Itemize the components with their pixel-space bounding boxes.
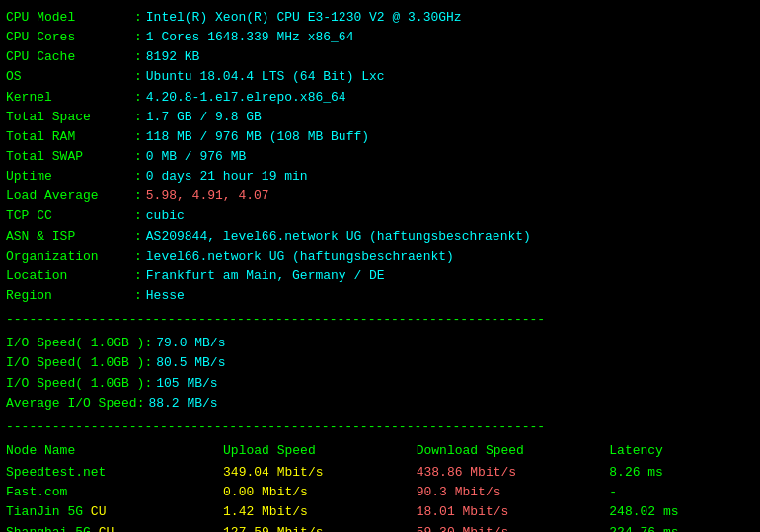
io-divider: ----------------------------------------… — [6, 310, 754, 330]
total-ram-label: Total RAM — [6, 127, 134, 147]
avg-io-row: Average I/O Speed : 88.2 MB/s — [6, 394, 754, 414]
io3-row: I/O Speed( 1.0GB ) : 105 MB/s — [6, 374, 754, 394]
org-value: level66.network UG (haftungsbeschraenkt) — [146, 247, 454, 266]
io1-value: 79.0 MB/s — [156, 334, 225, 353]
total-ram-value: 118 MB / 976 MB (108 MB Buff) — [146, 127, 369, 147]
network-upload-cell: 349.04 Mbit/s — [223, 463, 417, 483]
location-label: Location — [6, 266, 134, 286]
load-avg-label: Load Average — [6, 187, 134, 206]
network-upload-cell: 1.42 Mbit/s — [223, 502, 417, 522]
network-latency-cell: 224.76 ms — [609, 523, 754, 532]
colon-3: : — [134, 47, 142, 67]
asn-label: ASN & ISP — [6, 227, 134, 247]
avg-io-label: Average I/O Speed — [6, 394, 137, 414]
table-row: Speedtest.net349.04 Mbit/s438.86 Mbit/s8… — [6, 463, 754, 483]
table-header-row: Node Name Upload Speed Download Speed La… — [6, 441, 754, 463]
colon-14: : — [134, 266, 142, 286]
total-swap-label: Total SWAP — [6, 147, 134, 167]
network-download-cell: 59.30 Mbit/s — [417, 523, 610, 532]
cpu-cores-label: CPU Cores — [6, 28, 134, 47]
region-label: Region — [6, 286, 134, 306]
io2-label: I/O Speed( 1.0GB ) — [6, 353, 144, 373]
network-table: Node Name Upload Speed Download Speed La… — [6, 441, 754, 532]
os-row: OS : Ubuntu 18.04.4 LTS (64 Bit) Lxc — [6, 67, 754, 87]
col-upload-header: Upload Speed — [223, 441, 417, 463]
total-space-row: Total Space : 1.7 GB / 9.8 GB — [6, 108, 754, 127]
colon-9: : — [134, 167, 142, 187]
uptime-value: 0 days 21 hour 19 min — [146, 167, 308, 187]
table-row: Shanghai 5G CU127.59 Mbit/s59.30 Mbit/s2… — [6, 523, 754, 532]
total-space-label: Total Space — [6, 108, 134, 127]
cpu-model-row: CPU Model : Intel(R) Xeon(R) CPU E3-1230… — [6, 8, 754, 28]
org-label: Organization — [6, 247, 134, 266]
cpu-cache-label: CPU Cache — [6, 47, 134, 67]
location-row: Location : Frankfurt am Main, Germany / … — [6, 266, 754, 286]
colon-1: : — [134, 8, 142, 28]
colon-8: : — [134, 147, 142, 167]
total-swap-value: 0 MB / 976 MB — [146, 147, 246, 167]
colon-io3: : — [144, 374, 152, 394]
location-value: Frankfurt am Main, Germany / DE — [146, 266, 385, 286]
colon-10: : — [134, 187, 142, 206]
uptime-label: Uptime — [6, 167, 134, 187]
colon-13: : — [134, 247, 142, 266]
cpu-model-value: Intel(R) Xeon(R) CPU E3-1230 V2 @ 3.30GH… — [146, 8, 462, 28]
io1-row: I/O Speed( 1.0GB ) : 79.0 MB/s — [6, 334, 754, 353]
network-node-cell: Shanghai 5G CU — [6, 523, 223, 532]
network-node-cell: Fast.com — [6, 483, 223, 502]
cpu-cache-value: 8192 KB — [146, 47, 200, 67]
colon-12: : — [134, 227, 142, 247]
network-node-cell: TianJin 5G CU — [6, 502, 223, 522]
network-upload-cell: 127.59 Mbit/s — [223, 523, 417, 532]
cpu-model-label: CPU Model — [6, 8, 134, 28]
colon-5: : — [134, 88, 142, 108]
asn-value: AS209844, level66.network UG (haftungsbe… — [146, 227, 531, 247]
colon-6: : — [134, 108, 142, 127]
network-node-cell: Speedtest.net — [6, 463, 223, 483]
col-download-header: Download Speed — [417, 441, 610, 463]
load-avg-value: 5.98, 4.91, 4.07 — [146, 187, 269, 206]
network-latency-cell: 248.02 ms — [609, 502, 754, 522]
io2-value: 80.5 MB/s — [156, 353, 225, 373]
colon-7: : — [134, 127, 142, 147]
avg-io-value: 88.2 MB/s — [148, 394, 217, 414]
os-value: Ubuntu 18.04.4 LTS (64 Bit) Lxc — [146, 67, 385, 87]
cpu-cores-value: 1 Cores 1648.339 MHz x86_64 — [146, 28, 354, 47]
io3-label: I/O Speed( 1.0GB ) — [6, 374, 144, 394]
total-space-value: 1.7 GB / 9.8 GB — [146, 108, 262, 127]
colon-io2: : — [144, 353, 152, 373]
uptime-row: Uptime : 0 days 21 hour 19 min — [6, 167, 754, 187]
kernel-value: 4.20.8-1.el7.elrepo.x86_64 — [146, 88, 346, 108]
network-download-cell: 18.01 Mbit/s — [417, 502, 610, 522]
network-latency-cell: 8.26 ms — [609, 463, 754, 483]
colon-4: : — [134, 67, 142, 87]
org-row: Organization : level66.network UG (haftu… — [6, 247, 754, 266]
os-label: OS — [6, 67, 134, 87]
io1-label: I/O Speed( 1.0GB ) — [6, 334, 144, 353]
tcp-cc-value: cubic — [146, 206, 185, 226]
network-upload-cell: 0.00 Mbit/s — [223, 483, 417, 502]
network-divider: ----------------------------------------… — [6, 418, 754, 437]
total-ram-row: Total RAM : 118 MB / 976 MB (108 MB Buff… — [6, 127, 754, 147]
colon-io1: : — [144, 334, 152, 353]
kernel-label: Kernel — [6, 88, 134, 108]
total-swap-row: Total SWAP : 0 MB / 976 MB — [6, 147, 754, 167]
tcp-cc-row: TCP CC : cubic — [6, 206, 754, 226]
asn-row: ASN & ISP : AS209844, level66.network UG… — [6, 227, 754, 247]
io3-value: 105 MB/s — [156, 374, 217, 394]
col-latency-header: Latency — [609, 441, 754, 463]
col-node-header: Node Name — [6, 441, 223, 463]
cpu-cache-row: CPU Cache : 8192 KB — [6, 47, 754, 67]
region-value: Hesse — [146, 286, 185, 306]
network-download-cell: 90.3 Mbit/s — [417, 483, 610, 502]
colon-2: : — [134, 28, 142, 47]
colon-avg: : — [137, 394, 145, 414]
cpu-cores-row: CPU Cores : 1 Cores 1648.339 MHz x86_64 — [6, 28, 754, 47]
tcp-cc-label: TCP CC — [6, 206, 134, 226]
table-row: Fast.com0.00 Mbit/s90.3 Mbit/s- — [6, 483, 754, 502]
table-row: TianJin 5G CU1.42 Mbit/s18.01 Mbit/s248.… — [6, 502, 754, 522]
network-download-cell: 438.86 Mbit/s — [417, 463, 610, 483]
io2-row: I/O Speed( 1.0GB ) : 80.5 MB/s — [6, 353, 754, 373]
colon-15: : — [134, 286, 142, 306]
kernel-row: Kernel : 4.20.8-1.el7.elrepo.x86_64 — [6, 88, 754, 108]
